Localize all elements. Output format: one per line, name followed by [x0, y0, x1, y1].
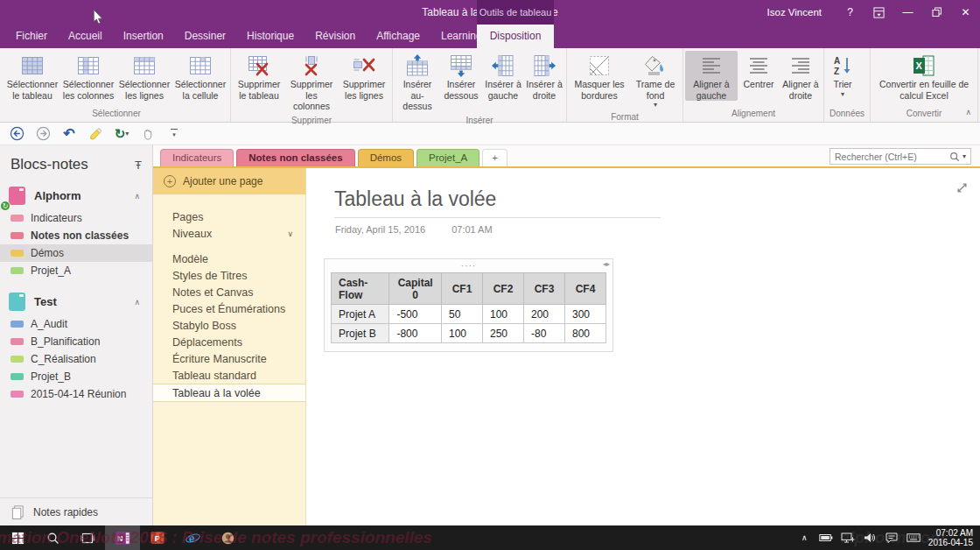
delete-table-button[interactable]: Supprimer le tableau [233, 51, 285, 101]
add-page-button[interactable]: + Ajouter une page [153, 168, 305, 194]
help-button[interactable]: ? [836, 0, 864, 25]
table-cell[interactable]: Projet A [332, 305, 389, 324]
table-cell[interactable]: 200 [523, 305, 564, 324]
align-center-button[interactable]: Centrer [738, 51, 780, 90]
page-item-styles-de-titres[interactable]: Styles de Titres [153, 267, 305, 284]
search-scope-dropdown-icon[interactable]: ▾ [962, 152, 966, 160]
sort-button[interactable]: AZ Trier ▾ [826, 51, 859, 98]
table-header-cell[interactable]: CF1 [441, 273, 482, 305]
hide-borders-button[interactable]: Masquer les bordures [569, 51, 630, 101]
minimize-button[interactable]: — [893, 0, 922, 25]
page-item-pages[interactable]: Pages [153, 208, 305, 225]
sidebar-item-a-audit[interactable]: A_Audit [0, 315, 152, 333]
full-page-view-button[interactable] [956, 182, 968, 194]
new-section-tab-button[interactable]: + [482, 149, 508, 166]
table-cell[interactable]: -500 [389, 305, 442, 324]
sidebar-item-projet-b[interactable]: Projet_B [0, 368, 152, 385]
search-input[interactable] [835, 152, 947, 162]
taskbar-contacts-button[interactable] [210, 525, 245, 550]
page-item-tableau-standard[interactable]: Tableau standard [153, 367, 305, 384]
align-left-button[interactable]: Aligner à gauche [685, 51, 738, 101]
tab-disposition[interactable]: Disposition [477, 25, 554, 48]
chevron-down-icon[interactable]: ∨ [287, 229, 298, 238]
page-title[interactable]: Tableau à la volée [334, 187, 980, 211]
sidebar-item-c-realisation[interactable]: C_Réalisation [0, 350, 152, 368]
task-view-button[interactable] [70, 525, 105, 550]
insert-below-button[interactable]: Insérer dessous [440, 51, 482, 101]
start-button[interactable] [0, 525, 35, 550]
table-cell[interactable]: -800 [389, 324, 442, 343]
select-columns-button[interactable]: Sélectionner les colonnes [60, 51, 116, 101]
select-cell-button[interactable]: Sélectionner la cellule [172, 51, 228, 101]
section-tab-notes-non-classees[interactable]: Notes non classées [236, 149, 354, 166]
close-button[interactable]: ✕ [951, 0, 980, 25]
sidebar-item-projet-a[interactable]: Projet_A [0, 262, 152, 279]
shading-button[interactable]: Trame de fond ▾ [630, 51, 681, 109]
delete-rows-button[interactable]: Supprimer les lignes [338, 51, 390, 101]
section-tab-indicateurs[interactable]: Indicateurs [160, 149, 234, 166]
page-item-puces-et-enumerations[interactable]: Puces et Énumérations [153, 300, 305, 317]
back-button[interactable] [9, 125, 24, 143]
collapse-ribbon-button[interactable]: ∧ [965, 108, 971, 116]
tab-insertion[interactable]: Insertion [113, 25, 174, 48]
table-cell[interactable]: 250 [482, 324, 523, 343]
restore-button[interactable] [922, 0, 951, 25]
sync-button[interactable]: ↻ ▾ [114, 125, 130, 143]
sidebar-item-demos[interactable]: Démos [0, 244, 152, 262]
page-item-tableau-a-la-volee[interactable]: Tableau à la volée [153, 384, 305, 402]
table-cell[interactable]: 50 [441, 305, 482, 324]
tab-historique[interactable]: Historique [236, 25, 304, 48]
volume-button[interactable] [859, 525, 881, 550]
note-container[interactable]: ···· ◂▸ Cash-Flow Capital 0 CF1 CF2 CF3 … [324, 258, 613, 352]
convert-to-excel-button[interactable]: X Convertir en feuille de calcul Excel [872, 51, 976, 101]
notebook-test[interactable]: Test ∧ [0, 288, 152, 315]
note-container-resize-handle[interactable]: ◂▸ [603, 260, 610, 268]
section-tab-demos[interactable]: Démos [358, 149, 414, 166]
action-center-button[interactable] [881, 525, 903, 550]
align-right-button[interactable]: Aligner à droite [780, 51, 822, 101]
delete-columns-button[interactable]: Supprimer les colonnes [285, 51, 338, 112]
undo-button[interactable]: ↶ [61, 125, 77, 143]
ribbon-display-options-button[interactable] [864, 0, 893, 25]
user-name[interactable]: Isoz Vincent [753, 7, 836, 18]
customize-quick-access-button[interactable]: ▾ [166, 125, 182, 143]
page-item-niveaux[interactable]: Niveaux∨ [153, 225, 305, 242]
table-cell[interactable]: -80 [523, 324, 564, 343]
table-cell[interactable]: Projet B [332, 324, 389, 343]
table-header-cell[interactable]: Capital 0 [389, 273, 442, 305]
network-status-button[interactable] [837, 525, 859, 550]
taskbar-clock[interactable]: 07:02 AM 2016-04-15 [925, 528, 980, 548]
page-item-deplacements[interactable]: Déplacements [153, 334, 305, 350]
forward-button[interactable] [35, 125, 51, 143]
insert-right-button[interactable]: Insérer à droite [524, 51, 564, 101]
table-header-cell[interactable]: CF4 [564, 273, 606, 305]
battery-status-button[interactable] [816, 525, 837, 550]
sidebar-item-reunion[interactable]: 2015-04-14 Réunion [0, 385, 152, 403]
highlighter-button[interactable] [88, 125, 103, 143]
page-item-stabylo-boss[interactable]: Stabylo Boss [153, 317, 305, 334]
section-tab-projet-a[interactable]: Projet_A [416, 149, 480, 166]
tab-affichage[interactable]: Affichage [366, 25, 430, 48]
table-header-cell[interactable]: Cash-Flow [332, 273, 389, 305]
insert-left-button[interactable]: Insérer à gauche [482, 51, 524, 101]
table-header-cell[interactable]: CF3 [523, 273, 564, 305]
select-rows-button[interactable]: Sélectionner les lignes [116, 51, 172, 101]
chevron-up-icon[interactable]: ∧ [134, 192, 145, 201]
page-item-modele[interactable]: Modèle [153, 250, 305, 267]
quick-notes-button[interactable]: Notes rapides [0, 497, 152, 525]
tab-revision[interactable]: Révision [304, 25, 366, 48]
taskbar-internet-explorer-button[interactable]: e [175, 525, 210, 550]
sidebar-item-indicateurs[interactable]: Indicateurs [0, 209, 152, 227]
page-item-notes-et-canvas[interactable]: Notes et Canvas [153, 284, 305, 300]
sidebar-item-b-planification[interactable]: B_Planification [0, 333, 152, 350]
pin-icon[interactable]: Ŧ [135, 159, 142, 172]
search-box[interactable]: ▾ [830, 148, 971, 165]
taskbar-search-button[interactable] [35, 525, 70, 550]
notebook-alphorm[interactable]: ↻ Alphorm ∧ [0, 182, 152, 209]
pan-hand-button[interactable] [140, 125, 156, 143]
page-item-ecriture-manuscrite[interactable]: Écriture Manuscrite [153, 350, 305, 367]
table-header-cell[interactable]: CF2 [482, 273, 523, 305]
taskbar-onenote-button[interactable]: N [105, 525, 140, 550]
sidebar-item-notes-non-classees[interactable]: Notes non classées [0, 227, 152, 244]
note-container-drag-handle[interactable]: ···· [461, 261, 476, 271]
